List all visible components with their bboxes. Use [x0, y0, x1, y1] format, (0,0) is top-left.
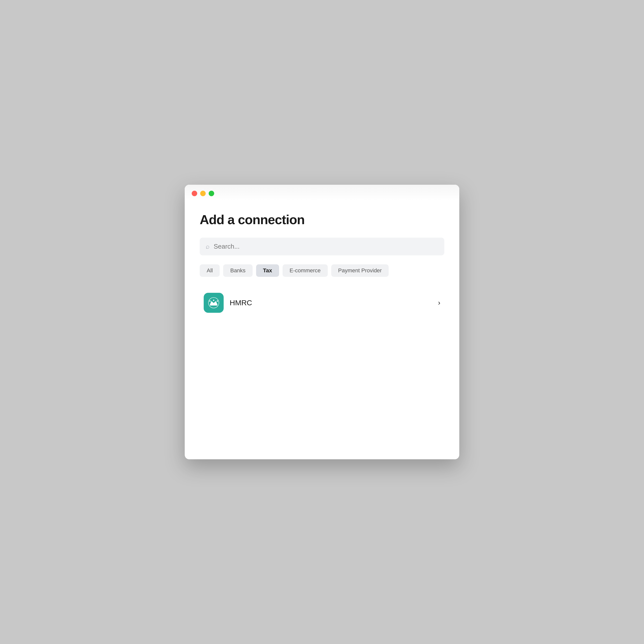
search-bar: ⌕	[200, 238, 444, 255]
filter-tabs: AllBanksTaxE-commercePayment Provider	[200, 264, 444, 277]
svg-point-0	[208, 298, 219, 308]
svg-point-3	[209, 301, 211, 302]
connection-logo-hmrc	[204, 293, 224, 313]
connection-name-hmrc: HMRC	[230, 299, 432, 307]
connection-item-hmrc[interactable]: HMRC›	[200, 287, 444, 318]
filter-tab-all[interactable]: All	[200, 264, 220, 277]
search-icon: ⌕	[206, 243, 210, 250]
connection-list: HMRC›	[200, 287, 444, 318]
svg-rect-2	[210, 305, 217, 306]
app-window: Add a connection ⌕ AllBanksTaxE-commerce…	[185, 185, 459, 459]
maximize-button[interactable]	[209, 191, 214, 196]
main-content: Add a connection ⌕ AllBanksTaxE-commerce…	[185, 200, 459, 338]
titlebar	[185, 185, 459, 200]
svg-point-5	[217, 301, 218, 302]
filter-tab-payment-provider[interactable]: Payment Provider	[331, 264, 389, 277]
search-input[interactable]	[214, 243, 438, 250]
close-button[interactable]	[192, 191, 197, 196]
filter-tab-tax[interactable]: Tax	[256, 264, 279, 277]
minimize-button[interactable]	[200, 191, 206, 196]
filter-tab-ecommerce[interactable]: E-commerce	[283, 264, 328, 277]
page-title: Add a connection	[200, 212, 444, 227]
chevron-right-icon: ›	[438, 299, 440, 307]
filter-tab-banks[interactable]: Banks	[223, 264, 252, 277]
svg-marker-1	[210, 301, 217, 305]
svg-point-4	[213, 300, 214, 301]
crown-icon	[208, 297, 219, 309]
